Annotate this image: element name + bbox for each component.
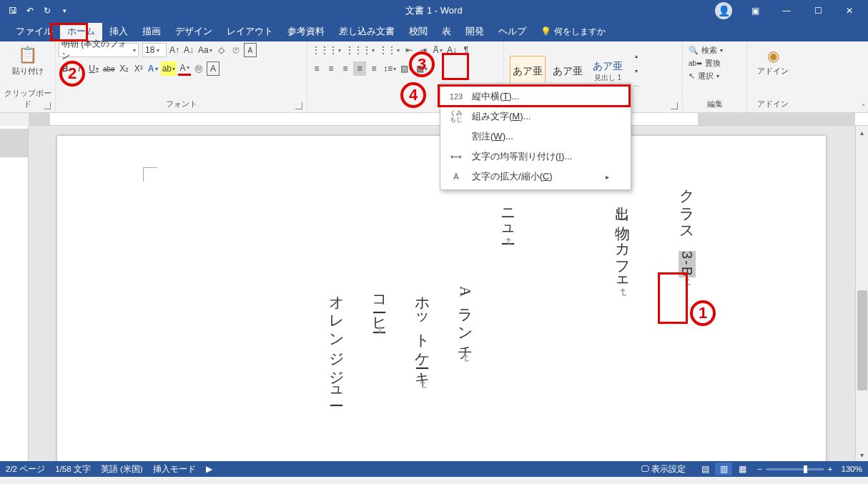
zoom-in-icon[interactable]: + (828, 465, 833, 473)
account-icon[interactable]: 👤 (715, 2, 732, 19)
addins-icon[interactable]: ◉ (767, 47, 779, 64)
highlight-icon[interactable]: ab (161, 61, 177, 76)
paste-label[interactable]: 貼り付け (12, 66, 44, 76)
view-web-icon[interactable]: ▦ (734, 463, 751, 475)
align-right-icon[interactable]: ≡ (339, 61, 352, 76)
decrease-indent-icon[interactable]: ⇤ (403, 43, 415, 57)
styles-down-icon[interactable]: ▾ (630, 64, 643, 79)
strike-button[interactable]: abe (102, 61, 117, 76)
font-launcher-icon[interactable] (295, 102, 302, 109)
menu-tatechuyoko[interactable]: 123 縦中横(T)... (440, 87, 631, 107)
redo-icon[interactable]: ↻ (41, 5, 53, 16)
bold-button[interactable]: B (59, 61, 71, 76)
style-heading1[interactable]: あア亜 見出し 1 (590, 56, 626, 87)
borders-icon[interactable]: ▦ (415, 61, 429, 76)
increase-font-icon[interactable]: A↑ (168, 43, 181, 57)
align-distribute-icon[interactable]: ≡ (368, 61, 380, 76)
tab-references[interactable]: 参考資料 (280, 23, 332, 41)
qat-dropdown-icon[interactable]: ▾ (59, 5, 70, 16)
clear-format-icon[interactable]: ◇ (215, 43, 228, 57)
select-button[interactable]: ↖選択▾ (686, 70, 744, 82)
asian-layout-button[interactable]: A↔ (431, 43, 444, 57)
tab-draw[interactable]: 描画 (135, 23, 168, 41)
selected-text-3b[interactable]: 3-B (679, 251, 696, 277)
font-size-combo[interactable]: 18 (142, 43, 167, 57)
status-page[interactable]: 2/2 ページ (6, 464, 45, 475)
multilevel-icon[interactable]: ⋮⋮ (378, 43, 401, 57)
menu-char-scale[interactable]: Ä 文字の拡大/縮小(C) ▸ (440, 167, 631, 187)
decrease-font-icon[interactable]: A↓ (182, 43, 195, 57)
find-button[interactable]: 🔍検索▾ (686, 44, 744, 56)
tab-mailings[interactable]: 差し込み文書 (332, 23, 402, 41)
display-settings[interactable]: 🖵 表示設定 (641, 464, 686, 475)
ribbon-display-icon[interactable]: ▣ (739, 0, 771, 21)
menu-warichu[interactable]: 割注(W)... (440, 127, 631, 147)
menu-fit-width[interactable]: ⟷ 文字の均等割り付け(I)... (440, 147, 631, 167)
font-family-combo[interactable]: 明朝 (本文のフォン (59, 43, 139, 57)
scrollbar-thumb[interactable] (857, 290, 867, 390)
scroll-down-icon[interactable]: ▾ (856, 448, 868, 461)
circle-enclose-icon[interactable]: ㊞ (192, 61, 205, 76)
undo-icon[interactable]: ↶ (24, 5, 36, 16)
collapse-ribbon-icon[interactable]: ˄ (862, 103, 865, 111)
phonetic-icon[interactable]: ㋐ (230, 43, 242, 57)
close-icon[interactable]: ✕ (834, 0, 865, 21)
menu-kumimoji[interactable]: くみもじ 組み文字(M)... (440, 107, 631, 127)
tab-developer[interactable]: 開発 (458, 23, 491, 41)
tab-review[interactable]: 校閲 (402, 23, 435, 41)
font-color-icon[interactable]: A (178, 61, 191, 76)
maximize-icon[interactable]: ☐ (802, 0, 834, 21)
styles-up-icon[interactable]: ▴ (630, 49, 643, 64)
zoom-out-icon[interactable]: − (757, 465, 762, 473)
line-spacing-icon[interactable]: ↕≡ (382, 61, 398, 76)
bullets-icon[interactable]: ⋮⋮⋮ (310, 43, 342, 57)
sort-icon[interactable]: A↓ (445, 43, 458, 57)
shading-icon[interactable]: ▨ (399, 61, 413, 76)
styles-launcher-icon[interactable] (671, 102, 678, 109)
title-bar: 🖫 ↶ ↻ ▾ 文書 1 - Word 👤 ▣ — ☐ ✕ (0, 0, 868, 21)
tab-layout[interactable]: レイアウト (220, 23, 280, 41)
align-center-icon[interactable]: ≡ (325, 61, 337, 76)
status-insert-mode[interactable]: 挿入モード (153, 464, 196, 475)
vertical-ruler[interactable] (0, 126, 29, 461)
tab-help[interactable]: ヘルプ (491, 23, 533, 41)
replace-button[interactable]: ab⬌置換 (686, 57, 744, 69)
italic-button[interactable]: I (73, 61, 86, 76)
enclose-char-icon[interactable]: A (244, 43, 257, 57)
tab-file[interactable]: ファイル (9, 23, 60, 41)
zoom-slider[interactable] (766, 468, 824, 470)
increase-indent-icon[interactable]: ⇥ (417, 43, 430, 57)
status-word-count[interactable]: 1/58 文字 (55, 464, 91, 475)
char-border-icon[interactable]: A (207, 61, 220, 76)
styles-more-icon[interactable]: ⋯ (630, 79, 643, 94)
text-effects-icon[interactable]: A (147, 61, 159, 76)
paste-icon[interactable]: 📋 (18, 46, 37, 64)
tell-me[interactable]: 💡 何をしますか (541, 26, 606, 38)
status-bar: 2/2 ページ 1/58 文字 英語 (米国) 挿入モード ▶ 🖵 表示設定 ▤… (0, 461, 868, 477)
subscript-button[interactable]: X₂ (118, 61, 131, 76)
addins-label[interactable]: アドイン (757, 66, 789, 76)
view-print-icon[interactable]: ▥ (715, 463, 732, 475)
style-normal[interactable]: あア亜 (510, 56, 546, 87)
zoom-level[interactable]: 130% (842, 465, 862, 473)
scroll-up-icon[interactable]: ▴ (856, 126, 868, 139)
style-nospacing[interactable]: あア亜 (550, 56, 586, 87)
numbering-icon[interactable]: ⋮⋮⋮ (344, 43, 376, 57)
clipboard-launcher-icon[interactable] (44, 102, 51, 109)
macro-icon[interactable]: ▶ (206, 464, 212, 474)
underline-button[interactable]: U (87, 61, 100, 76)
change-case-icon[interactable]: Aa (197, 43, 214, 57)
view-read-icon[interactable]: ▤ (696, 463, 714, 475)
minimize-icon[interactable]: — (771, 0, 802, 21)
tab-view[interactable]: 表 (435, 23, 458, 41)
show-marks-icon[interactable]: ¶ (460, 43, 473, 57)
doc-text: ホットケーキ (414, 286, 431, 380)
vertical-scrollbar[interactable]: ▴ ▾ (855, 126, 868, 461)
superscript-button[interactable]: X² (132, 61, 145, 76)
align-justify-icon[interactable]: ≡ (353, 61, 366, 76)
tab-design[interactable]: デザイン (168, 23, 220, 41)
status-language[interactable]: 英語 (米国) (101, 464, 143, 475)
align-left-icon[interactable]: ≡ (310, 61, 323, 76)
save-icon[interactable]: 🖫 (7, 5, 19, 16)
group-clipboard-label: クリップボード (3, 87, 52, 111)
